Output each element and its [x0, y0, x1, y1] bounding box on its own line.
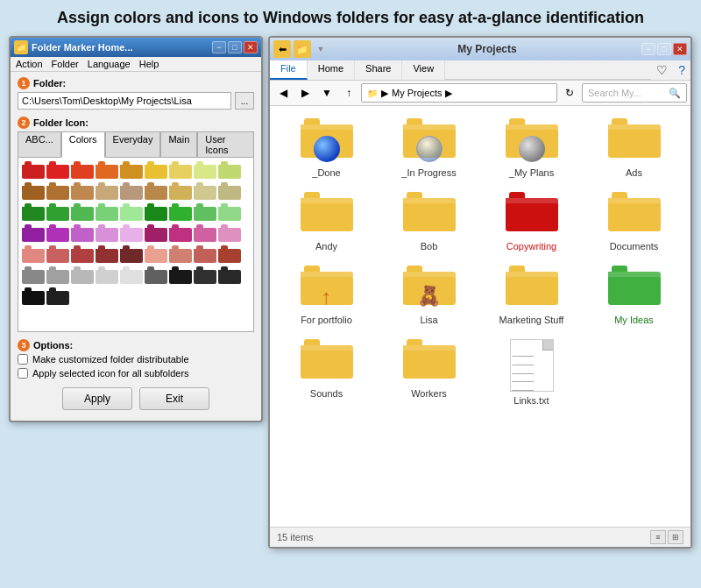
folder-item[interactable]: Bob — [381, 188, 477, 255]
folder-color-item[interactable] — [194, 182, 216, 202]
tab-abc[interactable]: ABC... — [18, 131, 61, 157]
menu-action[interactable]: Action — [16, 59, 43, 69]
folder-item[interactable]: ↑For portfolio — [279, 262, 374, 329]
folder-color-item[interactable] — [120, 266, 143, 286]
view-large-icons-button[interactable]: ⊞ — [668, 530, 683, 544]
folder-color-item[interactable] — [194, 203, 216, 223]
folder-color-item[interactable] — [169, 266, 192, 286]
folder-color-item[interactable] — [96, 266, 118, 286]
minimize-button[interactable]: − — [212, 41, 226, 53]
checkbox-subfolders[interactable] — [18, 368, 28, 379]
menu-help[interactable]: Help — [139, 59, 159, 69]
view-details-button[interactable]: ≡ — [650, 530, 666, 544]
folder-color-item[interactable] — [71, 203, 94, 223]
exp-maximize-button[interactable]: □ — [657, 43, 671, 55]
folder-color-item[interactable] — [71, 224, 94, 244]
folder-color-item[interactable] — [46, 287, 69, 307]
folder-color-item[interactable] — [194, 224, 216, 244]
ribbon-tab-view[interactable]: View — [402, 60, 445, 80]
tab-main[interactable]: Main — [160, 131, 197, 157]
folder-item[interactable]: Copywriting — [484, 188, 579, 255]
folder-color-item[interactable] — [169, 224, 192, 244]
folder-color-item[interactable] — [22, 161, 45, 181]
apply-button[interactable]: Apply — [62, 387, 132, 410]
folder-color-item[interactable] — [96, 224, 118, 244]
folder-color-item[interactable] — [218, 182, 241, 202]
folder-color-item[interactable] — [218, 203, 241, 223]
ribbon-tab-home[interactable]: Home — [308, 60, 355, 80]
folder-color-item[interactable] — [218, 245, 241, 265]
folder-color-item[interactable] — [22, 203, 45, 223]
ribbon-tab-file[interactable]: File — [270, 60, 308, 80]
folder-color-item[interactable] — [71, 245, 94, 265]
checkbox-distributable[interactable] — [18, 354, 28, 365]
folder-item[interactable]: _My Plans — [484, 115, 579, 181]
folder-item[interactable]: _In Progress — [381, 115, 477, 181]
folder-item[interactable]: Andy — [279, 188, 374, 255]
folder-color-item[interactable] — [145, 161, 167, 181]
folder-color-item[interactable] — [145, 245, 167, 265]
folder-color-item[interactable] — [96, 182, 118, 202]
folder-item[interactable]: Ads — [586, 115, 682, 181]
tab-user-icons[interactable]: User Icons — [197, 131, 254, 157]
folder-color-item[interactable] — [218, 161, 241, 181]
folder-color-item[interactable] — [218, 224, 241, 244]
folder-color-item[interactable] — [71, 182, 94, 202]
tab-everyday[interactable]: Everyday — [105, 131, 161, 157]
folder-color-item[interactable] — [194, 245, 216, 265]
folder-color-item[interactable] — [194, 161, 216, 181]
folder-color-item[interactable] — [46, 224, 69, 244]
folder-color-item[interactable] — [145, 203, 167, 223]
folder-color-item[interactable] — [169, 161, 192, 181]
folder-color-item[interactable] — [46, 182, 69, 202]
folder-item[interactable]: Marketing Stuff — [484, 262, 579, 329]
folder-item[interactable]: Sounds — [279, 336, 374, 409]
folder-color-item[interactable] — [194, 266, 216, 286]
folder-color-item[interactable] — [96, 203, 118, 223]
folder-color-item[interactable] — [145, 182, 167, 202]
folder-color-item[interactable] — [46, 203, 69, 223]
folder-color-item[interactable] — [46, 161, 69, 181]
folder-item[interactable]: _Done — [279, 115, 374, 181]
folder-color-item[interactable] — [71, 161, 94, 181]
tab-colors[interactable]: Colors — [61, 131, 105, 158]
forward-button[interactable]: ▶ — [295, 84, 315, 102]
menu-folder[interactable]: Folder — [52, 59, 79, 69]
folder-color-item[interactable] — [46, 266, 69, 286]
ribbon-help-icon[interactable]: ? — [673, 60, 690, 80]
folder-color-item[interactable] — [120, 245, 143, 265]
close-button[interactable]: ✕ — [244, 41, 258, 53]
exit-button[interactable]: Exit — [139, 387, 209, 410]
exp-minimize-button[interactable]: − — [641, 43, 655, 55]
folder-color-item[interactable] — [22, 224, 45, 244]
refresh-button[interactable]: ↻ — [560, 84, 579, 102]
folder-color-item[interactable] — [22, 287, 45, 307]
folder-item[interactable]: Documents — [586, 188, 682, 255]
exp-close-button[interactable]: ✕ — [673, 43, 687, 55]
folder-item[interactable]: Workers — [381, 336, 477, 409]
folder-color-item[interactable] — [145, 266, 167, 286]
nav-dropdown-button[interactable]: ▼ — [317, 84, 336, 102]
up-button[interactable]: ↑ — [339, 84, 358, 102]
menu-language[interactable]: Language — [88, 59, 131, 69]
folder-color-item[interactable] — [120, 224, 143, 244]
folder-color-item[interactable] — [22, 266, 45, 286]
ribbon-heart-icon[interactable]: ♡ — [651, 60, 673, 80]
ribbon-tab-share[interactable]: Share — [355, 60, 402, 80]
folder-color-item[interactable] — [96, 245, 118, 265]
folder-color-item[interactable] — [96, 161, 118, 181]
folder-path-input[interactable] — [18, 92, 231, 110]
browse-button[interactable]: ... — [235, 92, 254, 110]
folder-color-item[interactable] — [169, 203, 192, 223]
search-box[interactable]: Search My... 🔍 — [582, 83, 687, 103]
folder-item[interactable]: My Ideas — [586, 262, 682, 329]
folder-color-item[interactable] — [22, 245, 45, 265]
folder-color-item[interactable] — [145, 224, 167, 244]
folder-color-item[interactable] — [169, 245, 192, 265]
maximize-button[interactable]: □ — [228, 41, 242, 53]
folder-color-item[interactable] — [218, 266, 241, 286]
folder-item[interactable]: ───────────────────────── Links.txt — [484, 336, 579, 409]
folder-color-item[interactable] — [46, 245, 69, 265]
address-box[interactable]: 📁 ▶ My Projects ▶ — [361, 83, 557, 103]
folder-color-item[interactable] — [120, 203, 143, 223]
